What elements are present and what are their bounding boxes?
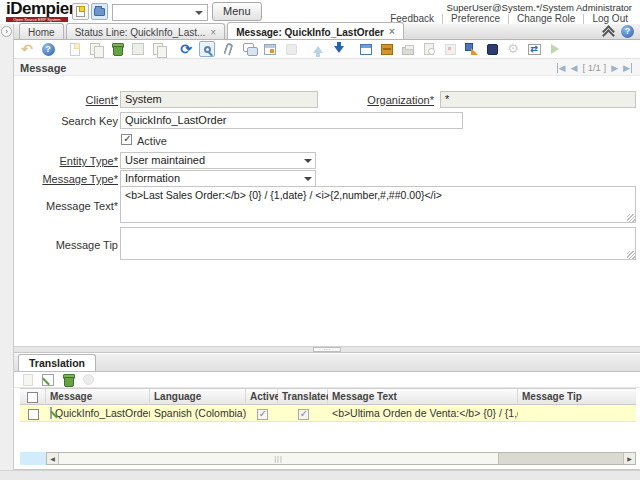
- zoom-across-icon[interactable]: ⇄: [526, 41, 542, 57]
- copy-record-icon: [88, 41, 104, 57]
- chat-icon[interactable]: [241, 41, 257, 57]
- scroll-right-icon[interactable]: ▶: [623, 453, 635, 464]
- panel-splitter[interactable]: ···: [14, 346, 640, 353]
- collapse-header-icon[interactable]: [603, 26, 614, 37]
- help-ball: [42, 43, 55, 56]
- requery-rows-icon: [80, 372, 96, 388]
- requery-icon[interactable]: ⟳: [178, 41, 194, 57]
- window-tab-bar: Home Status Line: QuickInfo_Last... × Me…: [0, 24, 640, 40]
- column-header-language[interactable]: Language: [150, 388, 246, 405]
- chevron-down-icon[interactable]: [300, 171, 315, 186]
- previous-record-icon[interactable]: ◀: [570, 63, 577, 73]
- column-header-message-tip[interactable]: Message Tip: [518, 388, 636, 405]
- chevron-down-icon: [195, 11, 203, 15]
- first-record-icon[interactable]: ◀: [557, 63, 566, 73]
- log-out-link[interactable]: Log Out: [584, 13, 636, 24]
- form-view-icon[interactable]: [358, 41, 374, 57]
- close-icon[interactable]: ×: [389, 27, 395, 37]
- entity-type-value: User maintained: [125, 154, 205, 166]
- change-role-link[interactable]: Change Role: [509, 13, 583, 24]
- client-label[interactable]: Client*: [18, 94, 118, 106]
- tab-translation[interactable]: Translation: [18, 354, 96, 371]
- column-header-message-text[interactable]: Message Text: [328, 388, 518, 405]
- new-window-button[interactable]: [72, 3, 89, 20]
- export-icon: [547, 41, 563, 57]
- tab-bar-controls: [603, 25, 634, 38]
- organization-field: *: [440, 91, 636, 108]
- chevron-down-icon[interactable]: [300, 153, 315, 168]
- attachment-icon[interactable]: [220, 41, 236, 57]
- preference-link[interactable]: Preference: [443, 13, 508, 24]
- column-header-message[interactable]: Message: [46, 388, 150, 405]
- grid-toggle-icon[interactable]: [262, 41, 278, 57]
- user-info: SuperUser@System.*/System Administrator: [447, 2, 632, 13]
- search-key-label: Search Key: [18, 115, 118, 127]
- private-record-icon: [283, 41, 299, 57]
- message-tip-field[interactable]: [120, 227, 636, 260]
- print-preview-icon: [421, 41, 437, 57]
- app-header: iDempiere Open Source ERP System Menu Su…: [0, 0, 640, 24]
- table-row[interactable]: QuickInfo_LastOrder Spanish (Colombia) <…: [20, 405, 636, 422]
- column-header-active[interactable]: Active: [246, 388, 278, 405]
- breadcrumb: Message ◀ ◀ [ 1/1 ] ▶ ▶: [14, 58, 640, 76]
- entity-type-label[interactable]: Entity Type*: [18, 155, 118, 167]
- delete-record-icon[interactable]: [109, 41, 125, 57]
- tab-status-line[interactable]: Status Line: QuickInfo_Last... ×: [66, 23, 225, 39]
- row-message-text-cell: <b>Ultima Orden de Venta:</b> {0} / {1,d…: [328, 405, 518, 422]
- edit-row-icon[interactable]: [40, 372, 56, 388]
- entity-type-select[interactable]: User maintained: [120, 152, 316, 169]
- message-type-select[interactable]: Information: [120, 170, 316, 187]
- last-record-icon[interactable]: ▶: [623, 63, 632, 73]
- scrollbar-track-rest[interactable]: [499, 453, 623, 464]
- find-icon[interactable]: [199, 41, 215, 57]
- archive-icon[interactable]: [379, 41, 395, 57]
- horizontal-scrollbar: ◀ ||| ▶: [20, 452, 636, 465]
- tab-label: Status Line: QuickInfo_Last...: [75, 27, 206, 38]
- select-all-header[interactable]: [20, 388, 46, 405]
- row-language-cell: Spanish (Colombia): [150, 405, 246, 422]
- edit-record-icon[interactable]: [50, 407, 52, 419]
- close-icon[interactable]: ×: [210, 28, 216, 38]
- tab-message[interactable]: Message: QuickInfo_LastOrder ×: [227, 22, 404, 39]
- document-search-combobox[interactable]: [112, 4, 208, 21]
- client-field: System: [120, 91, 318, 108]
- menu-button[interactable]: Menu: [212, 2, 262, 21]
- process-icon: ⚙: [505, 41, 521, 57]
- tab-home[interactable]: Home: [19, 23, 64, 39]
- message-text-label: Message Text*: [18, 200, 118, 212]
- folder-icon: [94, 8, 105, 16]
- resize-grip[interactable]: [627, 251, 635, 259]
- scrollbar-track[interactable]: ◀ ||| ▶: [46, 452, 636, 465]
- scroll-left-icon[interactable]: ◀: [47, 453, 59, 464]
- undo-icon: ↶: [19, 41, 35, 57]
- active-checkbox[interactable]: [121, 134, 132, 145]
- message-tip-label: Message Tip: [18, 239, 118, 251]
- message-type-label[interactable]: Message Type*: [18, 173, 118, 185]
- scrollbar-thumb[interactable]: |||: [59, 453, 499, 464]
- delete-row-icon[interactable]: [60, 372, 76, 388]
- expand-menu-button[interactable]: ›: [1, 26, 12, 37]
- help-icon[interactable]: [621, 25, 634, 38]
- select-all-checkbox[interactable]: [27, 392, 38, 403]
- column-header-translated[interactable]: Translated: [278, 388, 328, 405]
- requests-icon[interactable]: [484, 41, 500, 57]
- row-select-checkbox[interactable]: [28, 409, 39, 420]
- workflow-icon[interactable]: [463, 41, 479, 57]
- detail-tab-bar: Translation: [14, 354, 640, 372]
- open-folder-button[interactable]: [91, 3, 108, 20]
- splitter-handle[interactable]: ···: [313, 347, 341, 352]
- translation-toolbar: [14, 372, 640, 388]
- new-row-icon: [20, 372, 36, 388]
- detail-record-icon[interactable]: [331, 41, 347, 57]
- row-select-cell: [20, 405, 46, 422]
- print-icon: [400, 41, 416, 57]
- message-text-field[interactable]: <b>Last Sales Order:</b> {0} / {1,date} …: [120, 186, 636, 223]
- next-record-icon[interactable]: ▶: [611, 63, 618, 73]
- organization-label[interactable]: Organization*: [320, 94, 434, 106]
- resize-grip[interactable]: [627, 214, 635, 222]
- search-key-field[interactable]: QuickInfo_LastOrder: [120, 112, 463, 129]
- message-form: Client* System Organization* * Search Ke…: [14, 76, 640, 346]
- save-icon: [130, 41, 146, 57]
- help-toolbar-icon[interactable]: [40, 41, 56, 57]
- new-document-icon: [76, 6, 85, 17]
